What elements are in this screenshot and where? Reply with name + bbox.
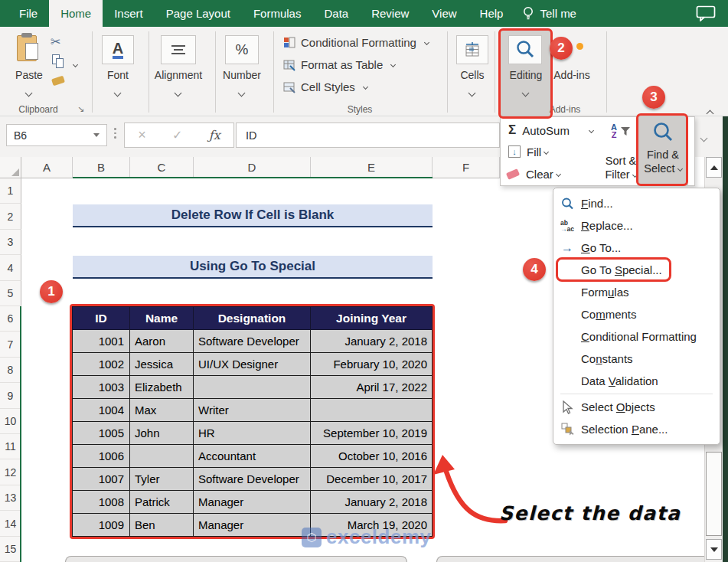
table-cell[interactable]: Patrick [130, 491, 194, 514]
menu-item-formulas[interactable]: Formulas [553, 281, 720, 303]
row-header-2[interactable]: 2 [0, 204, 21, 230]
column-header-F[interactable]: F [433, 157, 500, 178]
cells-button[interactable] [456, 35, 488, 64]
table-cell[interactable]: April 17, 2022 [311, 376, 433, 399]
table-cell[interactable]: 1001 [73, 330, 130, 353]
tab-insert[interactable]: Insert [103, 0, 155, 27]
table-cell[interactable]: 1002 [73, 353, 130, 376]
sheet-subtitle-cell[interactable]: Using Go To Special [73, 256, 433, 279]
row-header-13[interactable]: 13 [0, 485, 21, 511]
table-cell[interactable]: December 10, 2017 [311, 468, 433, 491]
menu-item-find[interactable]: Find... [553, 192, 720, 214]
find-select-button[interactable]: Find & Select [638, 117, 688, 186]
table-cell[interactable]: Software Developer [194, 330, 311, 353]
menu-item-comments[interactable]: Comments [553, 303, 720, 325]
menu-item-go-to-special[interactable]: Go To Special... [553, 259, 720, 281]
table-cell[interactable]: UI/UX Designer [194, 353, 311, 376]
table-cell[interactable]: 1005 [73, 422, 130, 445]
format-painter-icon[interactable] [51, 76, 65, 87]
column-header-E[interactable]: E [311, 157, 433, 178]
font-button[interactable]: A [102, 35, 134, 64]
alignment-group-label[interactable]: Alignment [150, 69, 207, 81]
tab-page-layout[interactable]: Page Layout [155, 0, 242, 27]
table-cell[interactable]: 1003 [73, 376, 130, 399]
conditional-formatting-button[interactable]: Conditional Formatting [283, 36, 429, 49]
table-cell[interactable]: 1009 [73, 514, 130, 537]
chevron-down-icon[interactable] [556, 171, 561, 176]
menu-item-replace[interactable]: ab→acReplace... [553, 214, 720, 237]
table-cell[interactable]: Tyler [130, 468, 194, 491]
formula-bar-grip[interactable] [114, 128, 116, 139]
row-header-11[interactable]: 11 [0, 434, 21, 459]
table-cell[interactable]: Max [130, 399, 194, 422]
table-cell[interactable]: October 10, 2016 [311, 445, 433, 468]
row-header-14[interactable]: 14 [0, 511, 21, 537]
select-all-corner[interactable] [0, 157, 21, 178]
column-header-C[interactable]: C [130, 157, 194, 178]
autosum-button[interactable]: Σ AutoSum [508, 120, 593, 140]
copy-chevron[interactable] [70, 57, 77, 71]
row-header-3[interactable]: 3 [0, 230, 21, 255]
menu-item-go-to[interactable]: →Go To... [553, 237, 720, 259]
chevron-down-icon[interactable] [544, 149, 549, 154]
table-cell[interactable]: John [130, 422, 194, 445]
table-cell[interactable]: Writer [194, 399, 311, 422]
tab-home[interactable]: Home [49, 0, 103, 27]
scroll-down-button[interactable] [706, 539, 722, 560]
table-header-cell[interactable]: Designation [194, 307, 311, 330]
row-header-15[interactable]: 15 [0, 537, 21, 562]
tab-file[interactable]: File [8, 0, 49, 27]
column-header-D[interactable]: D [194, 157, 311, 178]
table-cell[interactable]: Manager [194, 491, 311, 514]
table-cell[interactable]: Manager [194, 514, 311, 537]
tab-formulas[interactable]: Formulas [242, 0, 313, 27]
menu-item-select-objects[interactable]: Select Objects [553, 396, 720, 418]
cancel-icon[interactable]: × [138, 127, 146, 143]
sheet-title-cell[interactable]: Delete Row If Cell is Blank [73, 204, 433, 227]
row-header-12[interactable]: 12 [0, 459, 21, 485]
table-cell[interactable]: 1007 [73, 468, 130, 491]
addins-button[interactable]: Add-ins [548, 69, 596, 81]
table-cell[interactable] [311, 399, 433, 422]
row-header-4[interactable]: 4 [0, 255, 21, 281]
table-cell[interactable]: Software Developer [194, 468, 311, 491]
expand-formula-bar-chevron[interactable] [701, 130, 707, 144]
chevron-down-icon[interactable] [589, 127, 594, 132]
clear-button[interactable]: Clear [507, 164, 560, 184]
table-header-cell[interactable]: Joining Year [311, 307, 433, 330]
menu-item-selection-pane[interactable]: Selection Pane... [553, 418, 720, 440]
table-cell[interactable]: January 2, 2018 [311, 330, 433, 353]
table-cell[interactable]: HR [194, 422, 311, 445]
table-cell[interactable]: February 10, 2020 [311, 353, 433, 376]
row-header-1[interactable]: 1 [0, 178, 21, 204]
row-header-9[interactable]: 9 [0, 383, 21, 409]
tab-review[interactable]: Review [360, 0, 420, 27]
number-group-label[interactable]: Number [220, 69, 263, 81]
fill-button[interactable]: ↓ Fill [508, 142, 548, 162]
cut-icon[interactable]: ✂ [51, 34, 60, 49]
paste-button[interactable] [15, 34, 43, 67]
format-as-table-button[interactable]: Format as Table [283, 58, 395, 71]
table-cell[interactable]: Aaron [130, 330, 194, 353]
row-header-10[interactable]: 10 [0, 409, 21, 434]
row-header-5[interactable]: 5 [0, 281, 21, 306]
table-cell[interactable]: 1008 [73, 491, 130, 514]
font-group-label[interactable]: Font [97, 69, 139, 81]
scrollbar-thumb[interactable] [706, 452, 722, 536]
sort-filter-button[interactable]: AZ Sort & Filter [601, 122, 641, 183]
menu-item-constants[interactable]: Constants [553, 348, 720, 370]
enter-icon[interactable]: ✓ [172, 128, 182, 142]
table-cell[interactable] [130, 445, 194, 468]
table-cell[interactable]: 1004 [73, 399, 130, 422]
table-cell[interactable]: September 10, 2019 [311, 422, 433, 445]
formula-input[interactable]: ID [236, 123, 500, 148]
name-box-dropdown-icon[interactable] [93, 133, 100, 137]
table-cell[interactable]: Ben [130, 514, 194, 537]
clipboard-dialog-launcher-icon[interactable]: ↘ [77, 104, 84, 114]
table-header-cell[interactable]: Name [130, 307, 194, 330]
table-cell[interactable]: 1006 [73, 445, 130, 468]
table-header-cell[interactable]: ID [73, 307, 130, 330]
table-cell[interactable]: January 2, 2018 [311, 491, 433, 514]
menu-item-conditional-formatting[interactable]: Conditional Formatting [553, 325, 720, 348]
table-cell[interactable]: Jessica [130, 353, 194, 376]
